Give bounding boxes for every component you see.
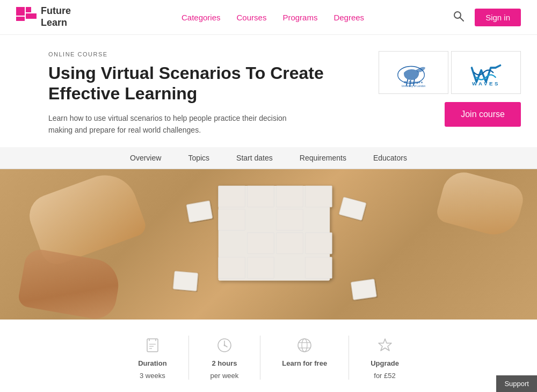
svg-point-41: [302, 339, 307, 352]
upgrade-label: Upgrade: [371, 359, 399, 367]
svg-rect-22: [305, 233, 332, 253]
svg-rect-20: [248, 233, 274, 253]
info-upgrade: Upgrade for £52: [349, 336, 420, 380]
svg-line-5: [460, 18, 463, 21]
svg-rect-27: [173, 271, 198, 291]
svg-rect-26: [186, 200, 213, 222]
svg-rect-0: [16, 7, 25, 16]
nav-links: Categories Courses Programs Degrees: [92, 13, 453, 22]
support-button[interactable]: Support: [496, 375, 537, 390]
logo[interactable]: FutureLearn: [16, 5, 71, 28]
svg-rect-18: [219, 209, 245, 230]
svg-rect-16: [277, 186, 303, 207]
duration-label: Duration: [138, 359, 166, 367]
navbar: FutureLearn Categories Courses Programs …: [0, 0, 537, 35]
svg-rect-28: [339, 197, 366, 220]
course-type-label: ONLINE COURSE: [48, 51, 368, 57]
svg-rect-25: [305, 257, 332, 278]
hours-icon: [216, 336, 233, 355]
course-title: Using Virtual Scenarios To Create Effect…: [48, 63, 368, 104]
svg-point-40: [298, 339, 311, 352]
learn-free-icon: [296, 336, 313, 355]
join-course-button[interactable]: Join course: [445, 102, 521, 127]
waves-logo: WAVES: [456, 56, 516, 89]
course-header-right: St George's University of London WAVES: [368, 51, 521, 136]
subnav-overview[interactable]: Overview: [130, 154, 161, 162]
subnav-topics[interactable]: Topics: [188, 154, 209, 162]
svg-text:WAVES: WAVES: [472, 81, 500, 86]
svg-rect-24: [248, 257, 274, 278]
course-description: Learn how to use virtual scenarios to he…: [48, 112, 290, 136]
logo-text: FutureLearn: [41, 5, 71, 28]
partner-logo-waves: WAVES: [451, 51, 521, 94]
puzzle-svg: [0, 169, 537, 320]
learn-free-label: Learn for free: [282, 359, 327, 367]
info-duration: Duration 3 weeks: [117, 336, 188, 380]
svg-rect-21: [277, 233, 303, 253]
logo-icon: [16, 7, 37, 27]
hours-value: per week: [211, 372, 239, 380]
svg-rect-29: [351, 279, 376, 300]
svg-point-39: [223, 344, 225, 346]
svg-rect-19: [277, 209, 303, 230]
sub-nav: Overview Topics Start dates Requirements…: [0, 147, 537, 169]
st-georges-logo: St George's University of London: [383, 56, 444, 89]
svg-rect-2: [26, 13, 37, 19]
info-hours: 2 hours per week: [189, 336, 261, 380]
nav-degrees[interactable]: Degrees: [333, 13, 364, 22]
search-button[interactable]: [453, 11, 464, 24]
nav-right: Sign in: [453, 9, 521, 26]
nav-courses[interactable]: Courses: [237, 13, 267, 22]
svg-marker-44: [379, 339, 391, 351]
duration-value: 3 weeks: [140, 372, 165, 380]
puzzle-scene: [0, 169, 537, 320]
svg-text:University of London: University of London: [402, 85, 426, 88]
course-info-strip: Duration 3 weeks 2 hours per week Learn …: [0, 320, 537, 390]
partner-logos: St George's University of London WAVES: [379, 51, 521, 94]
partner-logo-st-georges: St George's University of London: [379, 51, 448, 94]
hero-image: [0, 169, 537, 320]
svg-rect-3: [16, 17, 25, 21]
nav-categories[interactable]: Categories: [182, 13, 221, 22]
info-learn-free: Learn for free: [260, 336, 349, 380]
search-icon: [453, 11, 464, 21]
svg-rect-1: [26, 7, 31, 12]
svg-rect-14: [219, 186, 245, 207]
upgrade-icon: [376, 336, 394, 355]
svg-text:St George's: St George's: [404, 80, 423, 84]
course-header-left: ONLINE COURSE Using Virtual Scenarios To…: [48, 51, 368, 136]
svg-rect-23: [219, 257, 245, 278]
svg-rect-17: [305, 186, 332, 207]
subnav-requirements[interactable]: Requirements: [300, 154, 346, 162]
hours-label: 2 hours: [212, 359, 237, 367]
subnav-educators[interactable]: Educators: [373, 154, 407, 162]
duration-icon: [144, 336, 161, 355]
svg-point-4: [454, 12, 461, 18]
svg-rect-30: [147, 339, 158, 352]
upgrade-value: for £52: [374, 372, 395, 380]
signin-button[interactable]: Sign in: [475, 9, 521, 26]
nav-programs[interactable]: Programs: [282, 13, 317, 22]
subnav-start-dates[interactable]: Start dates: [236, 154, 273, 162]
svg-rect-15: [248, 186, 274, 207]
course-header: ONLINE COURSE Using Virtual Scenarios To…: [0, 35, 537, 147]
